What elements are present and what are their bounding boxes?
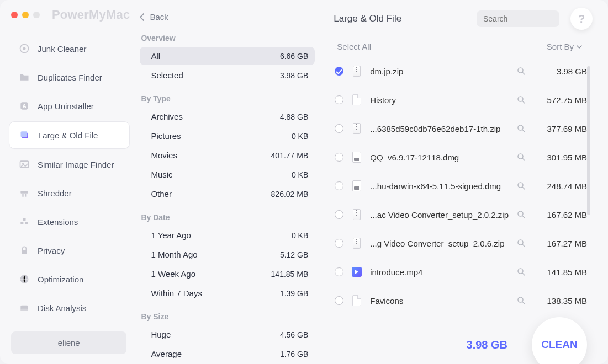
svg-line-36 (522, 273, 525, 275)
filter-row[interactable]: Movies401.77 MB (140, 146, 315, 164)
filter-row[interactable]: All6.66 GB (140, 47, 315, 65)
image-icon (19, 159, 30, 170)
file-checkbox[interactable] (335, 296, 343, 305)
filter-row[interactable]: Archives4.88 GB (140, 108, 315, 126)
file-row[interactable]: dm.jp.zip 3.98 GB (334, 57, 589, 85)
lock-icon (19, 245, 30, 256)
sidebar-item-privacy[interactable]: Privacy (9, 237, 130, 264)
file-name: QQ_v6.9.17-12118.dmg (370, 153, 509, 162)
filter-row[interactable]: 1 Month Ago5.12 GB (140, 245, 315, 264)
svg-line-22 (522, 72, 525, 74)
file-checkbox[interactable] (335, 67, 343, 76)
file-row[interactable]: ...hu-darwin-x64-5.11.5-signed.dmg 248.7… (334, 172, 589, 200)
sidebar-item-optimization[interactable]: Optimization (9, 266, 130, 292)
filter-row[interactable]: Pictures0 KB (140, 127, 315, 145)
file-checkbox[interactable] (335, 153, 343, 162)
sidebar-item-disk-analysis[interactable]: Disk Analysis (9, 295, 130, 321)
filter-size: 401.77 MB (271, 151, 309, 160)
sidebar-item-label: Shredder (38, 189, 72, 198)
file-size: 138.35 MB (534, 296, 587, 306)
close-window-dot[interactable] (11, 12, 18, 18)
svg-line-30 (522, 187, 525, 189)
file-checkbox[interactable] (335, 239, 343, 248)
filter-row[interactable]: 1 Year Ago0 KB (140, 226, 315, 244)
reveal-icon[interactable] (516, 296, 526, 306)
file-checkbox[interactable] (335, 210, 343, 219)
reveal-icon[interactable] (516, 152, 526, 162)
file-row[interactable]: ...ac Video Converter_setup_2.0.2.zip 16… (334, 200, 589, 229)
reveal-icon[interactable] (516, 66, 526, 76)
sidebar-item-similar-image-finder[interactable]: Similar Image Finder (9, 151, 130, 178)
svg-point-31 (518, 211, 523, 216)
sort-label: Sort By (547, 42, 574, 51)
sidebar-item-label: Large & Old File (38, 131, 98, 140)
overview-header: Overview (136, 34, 318, 46)
filter-size: 1.39 GB (280, 289, 308, 298)
file-size: 167.62 MB (534, 210, 587, 220)
reveal-icon[interactable] (516, 210, 526, 220)
file-name: ...hu-darwin-x64-5.11.5-signed.dmg (370, 181, 509, 191)
reveal-icon[interactable] (516, 267, 526, 277)
file-name: Favicons (370, 296, 509, 306)
file-checkbox[interactable] (335, 181, 343, 190)
filter-size: 0 KB (292, 132, 308, 141)
filter-row[interactable]: Average1.76 GB (140, 345, 315, 363)
sidebar-item-app-uninstaller[interactable]: AApp Uninstaller (9, 93, 130, 119)
svg-line-34 (522, 244, 525, 247)
filter-size: 826.02 MB (271, 190, 309, 199)
file-size: 248.74 MB (534, 181, 587, 191)
reveal-icon[interactable] (516, 181, 526, 191)
sidebar-item-label: Similar Image Finder (38, 160, 114, 169)
help-button[interactable]: ? (570, 8, 593, 30)
filter-size: 5.12 GB (280, 250, 308, 259)
file-row[interactable]: ...g Video Converter_setup_2.0.6.zip 167… (334, 229, 589, 258)
user-account[interactable]: eliene (11, 331, 126, 354)
scrollbar[interactable] (587, 66, 590, 215)
minimize-window-dot[interactable] (22, 12, 29, 18)
filter-row[interactable]: Within 7 Days1.39 GB (140, 284, 315, 302)
reveal-icon[interactable] (516, 124, 526, 133)
sidebar-item-shredder[interactable]: Shredder (9, 180, 130, 206)
file-row[interactable]: Favicons 138.35 MB (334, 286, 589, 315)
file-type-icon (351, 122, 362, 135)
zoom-window-dot[interactable] (33, 12, 40, 18)
filter-label: Huge (151, 330, 171, 339)
filter-label: Archives (151, 112, 183, 121)
filter-row[interactable]: Other826.02 MB (140, 185, 315, 203)
page-title: Large & Old File (334, 13, 466, 24)
traffic-lights[interactable] (11, 12, 40, 18)
svg-point-21 (518, 68, 523, 73)
file-checkbox[interactable] (335, 124, 343, 133)
sort-by[interactable]: Sort By (547, 42, 583, 51)
sidebar-item-extensions[interactable]: Extensions (9, 208, 130, 235)
disk-icon (19, 302, 30, 313)
bydate-header: By Date (136, 213, 318, 225)
sidebar-item-large-old-file[interactable]: Large & Old File (9, 121, 130, 149)
file-row[interactable]: ...6385d59c0db76e62deb17-1th.zip 377.69 … (334, 114, 589, 143)
clean-button[interactable]: CLEAN (532, 317, 587, 364)
file-checkbox[interactable] (335, 95, 343, 104)
file-row[interactable]: QQ_v6.9.17-12118.dmg 301.95 MB (334, 143, 589, 172)
file-row[interactable]: introduce.mp4 141.85 MB (334, 258, 589, 286)
filter-row[interactable]: Selected3.98 GB (140, 66, 315, 84)
reveal-icon[interactable] (516, 238, 526, 248)
app-icon: A (19, 100, 30, 111)
file-icon (19, 130, 30, 141)
filter-label: Music (151, 170, 172, 179)
back-button[interactable]: Back (136, 9, 318, 34)
sidebar-item-junk-cleaner[interactable]: Junk Cleaner (9, 35, 130, 62)
search-input[interactable] (483, 14, 580, 23)
file-checkbox[interactable] (335, 267, 343, 276)
file-row[interactable]: History 572.75 MB (334, 85, 589, 114)
select-all[interactable]: Select All (337, 42, 371, 51)
svg-text:A: A (22, 103, 26, 109)
file-size: 141.85 MB (534, 267, 587, 277)
file-name: History (370, 95, 509, 105)
filter-row[interactable]: Huge4.56 GB (140, 325, 315, 344)
search-box[interactable] (477, 10, 559, 27)
reveal-icon[interactable] (516, 95, 526, 105)
filter-row[interactable]: Music0 KB (140, 165, 315, 184)
cleaner-icon (19, 43, 30, 54)
filter-row[interactable]: 1 Week Ago141.85 MB (140, 265, 315, 283)
sidebar-item-duplicates-finder[interactable]: Duplicates Finder (9, 64, 130, 90)
